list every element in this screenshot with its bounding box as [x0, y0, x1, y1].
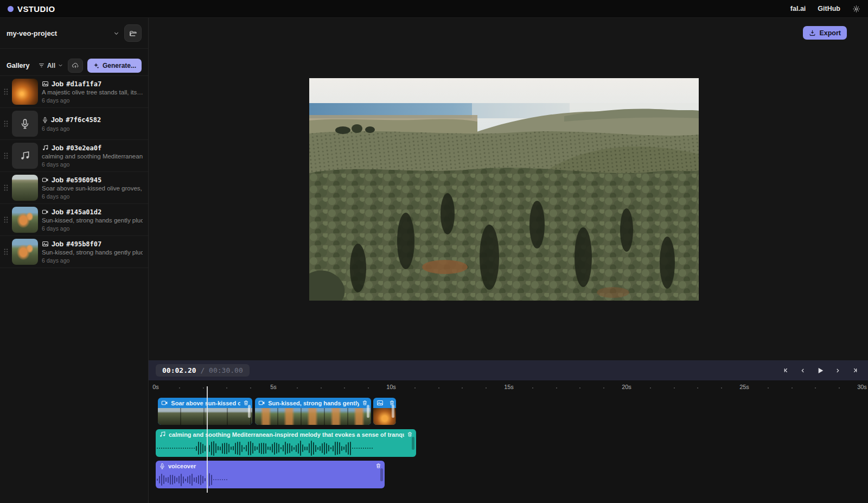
timeline-body[interactable]: 0s5s10s15s20s25s30s Soar above sun-kisse… [149, 380, 868, 503]
clip-resize-handle[interactable] [412, 437, 414, 450]
ruler-tick [839, 387, 840, 389]
clip-resize-handle[interactable] [367, 405, 369, 418]
main-area: Export [149, 18, 868, 503]
chevron-down-icon[interactable] [113, 30, 120, 37]
job-timestamp: 6 days ago [42, 193, 143, 200]
job-title: Job [52, 240, 63, 248]
job-id: #145a01d2 [66, 208, 101, 216]
job-timestamp: 6 days ago [42, 257, 143, 264]
app-title: VSTUDIO [17, 4, 55, 14]
settings-gear-icon[interactable] [852, 5, 860, 13]
ruler-label: 15s [504, 384, 514, 390]
job-thumbnail[interactable] [12, 175, 38, 201]
drag-handle-icon[interactable] [3, 152, 8, 160]
job-thumbnail[interactable] [12, 239, 38, 265]
clip-label: Sun-kissed, strong hands gently plu [268, 400, 359, 406]
skip-to-start-button[interactable] [780, 365, 792, 377]
playhead[interactable] [207, 386, 208, 493]
upload-button[interactable] [68, 59, 83, 73]
video-clip[interactable]: A [373, 398, 395, 425]
export-button[interactable]: Export [803, 26, 847, 40]
waveform [156, 440, 416, 457]
job-thumbnail[interactable] [12, 143, 38, 169]
skip-to-end-button[interactable] [849, 365, 861, 377]
video-preview[interactable] [309, 78, 699, 301]
job-list-item[interactable]: Job #145a01d2 Sun-kissed, strong hands g… [0, 204, 148, 236]
job-title: Job [52, 80, 63, 88]
waveform [156, 471, 385, 488]
ruler-label: 30s [857, 384, 867, 390]
clip-label: Soar above sun-kissed olive [171, 400, 240, 406]
play-button[interactable] [814, 365, 826, 377]
clip-resize-handle[interactable] [248, 405, 251, 418]
job-thumbnail[interactable] [12, 207, 38, 233]
project-name[interactable]: my-veo-project [7, 29, 108, 37]
ruler-tick [532, 387, 533, 389]
previous-frame-button[interactable] [797, 365, 809, 377]
gallery-filter-dropdown[interactable]: All [38, 62, 63, 69]
job-timestamp: 6 days ago [42, 225, 143, 232]
open-project-button[interactable] [124, 24, 142, 42]
microphone-icon [159, 463, 165, 469]
job-thumbnail[interactable] [12, 111, 38, 137]
job-id: #03e2ea0f [66, 144, 101, 152]
current-time: 00:02.20 [162, 366, 196, 374]
app-logo: VSTUDIO [8, 4, 55, 14]
job-title: Job [52, 176, 63, 184]
image-icon [42, 80, 49, 87]
ruler-tick [768, 387, 769, 389]
job-list-item[interactable]: Job #e5960945 Soar above sun-kissed oliv… [0, 172, 148, 204]
video-clip[interactable]: Sun-kissed, strong hands gently plu [255, 398, 371, 425]
job-title: Job [52, 208, 63, 216]
drag-handle-icon[interactable] [3, 216, 8, 224]
job-thumbnail[interactable] [12, 79, 38, 105]
video-frame-art [309, 78, 699, 301]
job-id: #d1af1fa7 [66, 80, 101, 88]
music-track: calming and soothing Mediterranean-inspi… [149, 429, 868, 457]
link-fal-ai[interactable]: fal.ai [790, 5, 806, 12]
ruler-tick [721, 387, 722, 389]
ruler-tick [486, 387, 487, 389]
chevron-down-icon [58, 62, 63, 68]
drag-handle-icon[interactable] [3, 184, 8, 192]
app-window: VSTUDIO fal.ai GitHub my-veo-project [0, 0, 868, 503]
job-list-item[interactable]: Job #495b8f07 Sun-kissed, strong hands g… [0, 236, 148, 268]
video-track: Soar above sun-kissed olive Sun-kissed, … [149, 398, 868, 425]
drag-handle-icon[interactable] [3, 88, 8, 95]
ruler-tick [438, 387, 439, 389]
ruler-tick [697, 387, 698, 389]
microphone-icon [20, 118, 30, 129]
generate-button[interactable]: Generate... [87, 59, 142, 73]
clip-resize-handle[interactable] [380, 468, 383, 481]
job-list-item[interactable]: Job #03e2ea0f calming and soothing Medit… [0, 140, 148, 172]
ruler-tick [603, 387, 604, 389]
video-camera-icon [258, 399, 265, 406]
timeline-ruler[interactable]: 0s5s10s15s20s25s30s [149, 380, 868, 395]
job-title: Job [52, 144, 63, 152]
ruler-tick [556, 387, 557, 389]
ruler-tick [650, 387, 651, 389]
video-clip[interactable]: Soar above sun-kissed olive [158, 398, 252, 425]
voiceover-track: voiceover [149, 461, 868, 488]
logo-dot-icon [8, 6, 14, 12]
next-frame-button[interactable] [832, 365, 844, 377]
clip-label: voiceover [168, 463, 373, 469]
link-github[interactable]: GitHub [818, 5, 840, 12]
voiceover-clip[interactable]: voiceover [156, 461, 385, 488]
transport-controls [780, 365, 861, 377]
job-list-item[interactable]: Job #d1af1fa7 A majestic olive tree stan… [0, 76, 148, 108]
music-note-icon [42, 144, 49, 151]
timeline-panel: 00:02.20 / 00:30.00 [149, 360, 868, 503]
job-title: Job [51, 116, 63, 124]
job-description: Sun-kissed, strong hands gently pluck… [42, 249, 143, 256]
drag-handle-icon[interactable] [3, 120, 8, 128]
ruler-tick [250, 387, 251, 389]
music-clip[interactable]: calming and soothing Mediterranean-inspi… [156, 429, 416, 457]
drag-handle-icon[interactable] [3, 248, 8, 256]
job-description: Soar above sun-kissed olive groves,… [42, 185, 143, 192]
clip-resize-handle[interactable] [392, 405, 394, 418]
job-timestamp: 6 days ago [42, 97, 143, 104]
cloud-upload-icon [72, 62, 79, 69]
ruler-tick [579, 387, 580, 389]
job-list-item[interactable]: Job #7f6c4582 6 days ago [0, 108, 148, 140]
